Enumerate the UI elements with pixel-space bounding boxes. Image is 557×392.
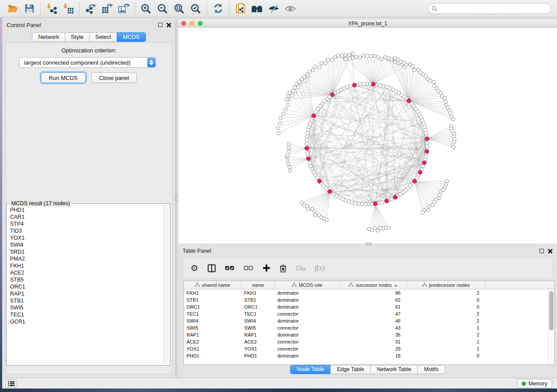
network-leaf-node[interactable] bbox=[429, 79, 432, 83]
network-leaf-node[interactable] bbox=[300, 201, 304, 204]
tab-select[interactable]: Select bbox=[89, 32, 117, 42]
float-panel-icon[interactable] bbox=[540, 249, 544, 253]
tab-mcds[interactable]: MCDS bbox=[117, 32, 145, 42]
network-leaf-node[interactable] bbox=[282, 112, 285, 116]
network-node[interactable] bbox=[367, 203, 370, 206]
select-all-checkboxes-icon[interactable] bbox=[225, 265, 235, 271]
network-leaf-node[interactable] bbox=[439, 190, 442, 193]
mcds-hub-node[interactable] bbox=[328, 189, 332, 193]
refresh-icon[interactable] bbox=[210, 2, 226, 16]
network-leaf-node[interactable] bbox=[285, 98, 288, 101]
network-leaf-node[interactable] bbox=[286, 103, 290, 107]
run-mcds-button[interactable]: Run MCDS bbox=[41, 72, 86, 83]
network-leaf-node[interactable] bbox=[304, 79, 307, 83]
table-options-gear-icon[interactable]: ⚙ bbox=[190, 264, 198, 272]
network-leaf-node[interactable] bbox=[286, 162, 290, 165]
network-leaf-node[interactable] bbox=[344, 53, 347, 57]
network-leaf-node[interactable] bbox=[296, 86, 300, 89]
network-leaf-node[interactable] bbox=[278, 121, 282, 125]
mcds-result-item[interactable]: STB1 bbox=[7, 297, 163, 304]
save-session-icon[interactable] bbox=[21, 2, 38, 16]
network-leaf-node[interactable] bbox=[291, 94, 294, 97]
mcds-result-item[interactable]: SRD1 bbox=[7, 248, 163, 255]
network-leaf-node[interactable] bbox=[336, 54, 340, 58]
network-leaf-node[interactable] bbox=[351, 56, 355, 59]
mcds-hub-node[interactable] bbox=[418, 170, 422, 174]
network-leaf-node[interactable] bbox=[367, 227, 371, 231]
mcds-result-item[interactable]: STP4 bbox=[7, 220, 163, 227]
network-leaf-node[interactable] bbox=[318, 65, 322, 69]
mcds-list-scrollbar[interactable] bbox=[163, 205, 169, 364]
tab-node-table[interactable]: Node Table bbox=[290, 365, 331, 374]
network-leaf-node[interactable] bbox=[286, 94, 290, 98]
network-leaf-node[interactable] bbox=[317, 213, 321, 217]
close-panel-button[interactable]: Close panel bbox=[91, 72, 137, 83]
network-leaf-node[interactable] bbox=[276, 126, 280, 130]
network-node[interactable] bbox=[305, 151, 309, 155]
network-leaf-node[interactable] bbox=[330, 58, 334, 62]
network-leaf-node[interactable] bbox=[286, 158, 289, 162]
network-leaf-node[interactable] bbox=[369, 55, 373, 58]
import-table-icon[interactable] bbox=[60, 2, 76, 16]
network-node[interactable] bbox=[308, 161, 311, 165]
mcds-hub-node[interactable] bbox=[393, 195, 397, 199]
network-node[interactable] bbox=[349, 84, 352, 88]
tab-edge-table[interactable]: Edge Table bbox=[330, 365, 370, 374]
network-node[interactable] bbox=[305, 135, 309, 138]
export-network-icon[interactable] bbox=[82, 2, 99, 16]
network-leaf-node[interactable] bbox=[393, 60, 397, 64]
network-leaf-node[interactable] bbox=[326, 58, 330, 62]
network-leaf-node[interactable] bbox=[311, 207, 314, 211]
network-leaf-node[interactable] bbox=[308, 70, 311, 73]
network-leaf-node[interactable] bbox=[340, 54, 344, 58]
tab-motifs[interactable]: Motifs bbox=[417, 365, 445, 374]
network-leaf-node[interactable] bbox=[287, 150, 291, 153]
criterion-select[interactable]: largest connected component (undirected) bbox=[19, 57, 156, 68]
zoom-fit-icon[interactable] bbox=[171, 2, 187, 16]
network-leaf-node[interactable] bbox=[286, 154, 289, 157]
network-node[interactable] bbox=[380, 201, 384, 204]
mcds-result-item[interactable]: ACE2 bbox=[7, 269, 163, 276]
network-leaf-node[interactable] bbox=[293, 86, 296, 89]
mcds-hub-node[interactable] bbox=[371, 82, 375, 86]
network-leaf-node[interactable] bbox=[443, 96, 446, 100]
network-leaf-node[interactable] bbox=[452, 145, 455, 149]
float-panel-icon[interactable] bbox=[158, 23, 163, 27]
network-leaf-node[interactable] bbox=[376, 55, 380, 59]
network-leaf-node[interactable] bbox=[411, 65, 415, 68]
network-leaf-node[interactable] bbox=[287, 142, 291, 146]
network-leaf-node[interactable] bbox=[358, 56, 362, 59]
network-node[interactable] bbox=[358, 83, 362, 86]
scrollbar-thumb[interactable] bbox=[549, 291, 554, 330]
open-session-icon[interactable] bbox=[4, 2, 21, 16]
mcds-result-item[interactable]: FKH1 bbox=[7, 262, 163, 269]
mcds-hub-node[interactable] bbox=[330, 93, 334, 96]
network-leaf-node[interactable] bbox=[365, 54, 369, 58]
task-history-button[interactable] bbox=[5, 379, 17, 388]
mcds-result-item[interactable]: SWI4 bbox=[7, 241, 163, 248]
mcds-hub-node[interactable] bbox=[305, 146, 309, 150]
network-node[interactable] bbox=[305, 138, 308, 141]
network-node[interactable] bbox=[375, 83, 379, 86]
network-leaf-node[interactable] bbox=[287, 146, 290, 149]
column-header-MCDS-role[interactable]: MCDS role bbox=[275, 281, 340, 289]
network-leaf-node[interactable] bbox=[452, 117, 455, 121]
mcds-hub-node[interactable] bbox=[384, 199, 388, 203]
column-header-successor-nodes[interactable]: successor nodes bbox=[340, 281, 407, 289]
network-leaf-node[interactable] bbox=[347, 53, 351, 57]
mcds-result-item[interactable]: YOX1 bbox=[7, 234, 163, 241]
mcds-hub-node[interactable] bbox=[318, 179, 322, 183]
network-graph[interactable] bbox=[178, 28, 557, 244]
network-leaf-node[interactable] bbox=[277, 131, 280, 135]
export-image-icon[interactable] bbox=[115, 2, 132, 16]
network-leaf-node[interactable] bbox=[288, 91, 291, 94]
mcds-hub-node[interactable] bbox=[425, 149, 429, 153]
zoom-selected-icon[interactable] bbox=[187, 2, 204, 16]
network-leaf-node[interactable] bbox=[291, 89, 295, 93]
hide-graphics-details-icon[interactable] bbox=[265, 2, 282, 16]
show-graphics-details-icon[interactable] bbox=[282, 2, 298, 16]
network-search-box[interactable] bbox=[428, 3, 551, 14]
mcds-hub-node[interactable] bbox=[407, 99, 411, 103]
network-node[interactable] bbox=[426, 141, 429, 145]
network-titlebar[interactable]: YPA_prune.txt_1 bbox=[178, 20, 557, 28]
